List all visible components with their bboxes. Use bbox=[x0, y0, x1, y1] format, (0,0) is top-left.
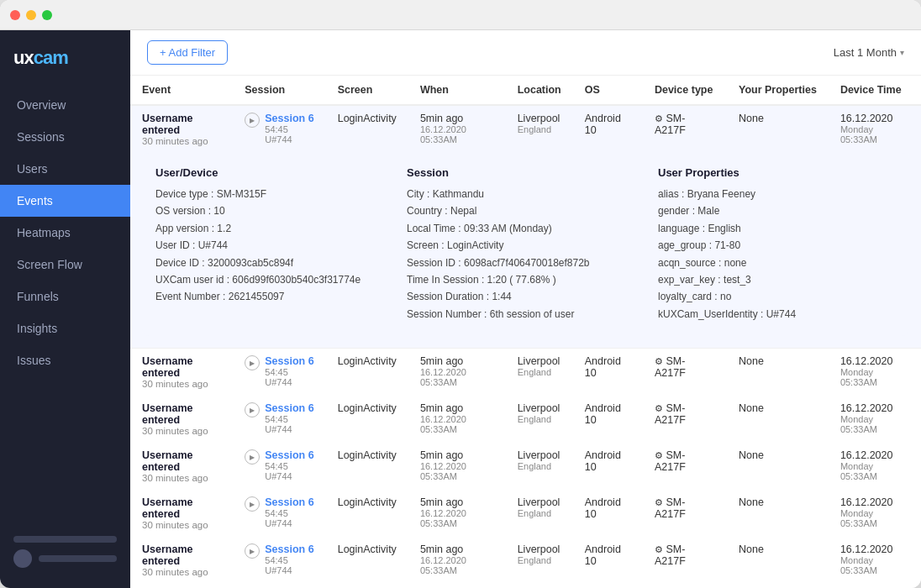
session-cell: ▶ Session 6 54:45 U#744 bbox=[245, 496, 313, 528]
cell-device-type: ⚙ SM-A217F bbox=[643, 396, 727, 443]
session-id: U#744 bbox=[265, 424, 292, 434]
event-time: 30 minutes ago bbox=[142, 473, 221, 483]
event-name: Username entered bbox=[142, 402, 221, 426]
events-table: Event Session Screen When Location OS De… bbox=[130, 76, 921, 588]
cell-when: 5min ago 16.12.2020 05:33AM bbox=[408, 396, 506, 443]
app-window: uxcam Overview Sessions Users Events Hea… bbox=[0, 0, 921, 588]
session-link[interactable]: Session 6 bbox=[265, 543, 313, 555]
sidebar-item-issues[interactable]: Issues bbox=[0, 344, 130, 376]
when-ago: 5min ago bbox=[420, 113, 494, 124]
session-time: 54:45 U#744 bbox=[265, 367, 313, 387]
sidebar-item-heatmaps[interactable]: Heatmaps bbox=[0, 217, 130, 249]
session-time: 54:45 U#744 bbox=[265, 461, 313, 481]
table-row[interactable]: Username entered 30 minutes ago ▶ Sessio… bbox=[130, 396, 921, 443]
cell-event: Username entered 30 minutes ago bbox=[130, 105, 233, 153]
col-device-type: Device type bbox=[643, 76, 727, 105]
table-row[interactable]: Username entered 30 minutes ago ▶ Sessio… bbox=[130, 537, 921, 584]
cell-device-type: ⚙ SM-A217F bbox=[643, 349, 727, 396]
cell-properties: None bbox=[727, 349, 829, 396]
location-country: England bbox=[518, 555, 561, 565]
session-info: Session 6 54:45 U#744 bbox=[265, 113, 313, 144]
event-name: Username entered bbox=[142, 113, 221, 136]
event-time: 30 minutes ago bbox=[142, 379, 221, 389]
sidebar-item-label: Funnels bbox=[17, 290, 59, 303]
detail-user-device-title: User/Device bbox=[155, 166, 393, 179]
cell-screen: LoginActivity bbox=[326, 396, 408, 443]
maximize-button[interactable] bbox=[42, 10, 52, 20]
col-event: Event bbox=[130, 76, 233, 105]
session-link[interactable]: Session 6 bbox=[265, 496, 313, 508]
date-filter-label: Last 1 Month bbox=[834, 46, 897, 59]
detail-user-properties-title: User Properties bbox=[658, 166, 896, 179]
sidebar-item-label: Heatmaps bbox=[17, 226, 71, 239]
cell-device-time: 16.12.2020 Monday 05:33AM bbox=[829, 443, 921, 490]
play-icon[interactable]: ▶ bbox=[245, 402, 260, 417]
sidebar-item-insights[interactable]: Insights bbox=[0, 312, 130, 344]
device-icon: ⚙ bbox=[655, 403, 663, 413]
play-icon[interactable]: ▶ bbox=[245, 355, 260, 370]
session-link[interactable]: Session 6 bbox=[265, 402, 313, 414]
sidebar-item-events[interactable]: Events bbox=[0, 185, 130, 217]
location-country: England bbox=[518, 124, 561, 134]
col-device-time: Device Time bbox=[829, 76, 921, 105]
detail-user-device: User/Device Device type : SM-M315FOS ver… bbox=[155, 166, 393, 323]
cell-device-type: ⚙ SM-A217F bbox=[643, 584, 727, 588]
sidebar-user-bar bbox=[39, 555, 117, 562]
session-info: Session 6 54:45 U#744 bbox=[265, 496, 313, 528]
close-button[interactable] bbox=[10, 10, 20, 20]
cell-location: Liverpool England bbox=[506, 537, 573, 584]
sidebar-avatar bbox=[13, 549, 32, 568]
minimize-button[interactable] bbox=[26, 10, 36, 20]
table-row[interactable]: Username entered 30 minutes ago ▶ Sessio… bbox=[130, 349, 921, 396]
session-link[interactable]: Session 6 bbox=[265, 449, 313, 461]
cell-session: ▶ Session 6 54:45 U#744 bbox=[233, 537, 325, 584]
session-link[interactable]: Session 6 bbox=[265, 355, 313, 367]
sidebar-item-label: Insights bbox=[17, 322, 57, 335]
sidebar-item-users[interactable]: Users bbox=[0, 153, 130, 185]
location-city: Liverpool bbox=[518, 543, 561, 555]
cell-event: Username entered 30 minutes ago bbox=[130, 537, 233, 584]
session-id: U#744 bbox=[265, 518, 292, 528]
table-row[interactable]: Username entered 30 minutes ago ▶ Sessio… bbox=[130, 105, 921, 153]
chevron-down-icon: ▾ bbox=[900, 48, 904, 57]
play-icon[interactable]: ▶ bbox=[245, 449, 260, 465]
event-name: Username entered bbox=[142, 449, 221, 473]
cell-event: Username entered 30 minutes ago bbox=[130, 584, 233, 588]
sidebar-progress-bar bbox=[13, 536, 117, 543]
expanded-detail-cell: User/Device Device type : SM-M315FOS ver… bbox=[130, 153, 921, 349]
play-icon[interactable]: ▶ bbox=[245, 543, 260, 559]
play-icon[interactable]: ▶ bbox=[245, 113, 260, 128]
cell-session: ▶ Session 6 54:45 U#744 bbox=[233, 349, 325, 396]
location-country: England bbox=[518, 367, 561, 377]
col-os: OS bbox=[573, 76, 643, 105]
table-row[interactable]: Username entered 30 minutes ago ▶ Sessio… bbox=[130, 584, 921, 588]
cell-location: Liverpool England bbox=[506, 443, 573, 490]
cell-screen: LoginActivity bbox=[326, 490, 408, 537]
sidebar-item-screenflow[interactable]: Screen Flow bbox=[0, 249, 130, 281]
detail-session-title: Session bbox=[407, 166, 645, 179]
device-time-hour: Monday 05:33AM bbox=[840, 367, 909, 387]
event-name: Username entered bbox=[142, 496, 221, 520]
table-header-row: Event Session Screen When Location OS De… bbox=[130, 76, 921, 105]
sidebar-item-sessions[interactable]: Sessions bbox=[0, 121, 130, 153]
event-name: Username entered bbox=[142, 543, 221, 567]
play-icon[interactable]: ▶ bbox=[245, 496, 260, 512]
event-name: Username entered bbox=[142, 355, 221, 379]
table-row[interactable]: Username entered 30 minutes ago ▶ Sessio… bbox=[130, 443, 921, 490]
table-row[interactable]: Username entered 30 minutes ago ▶ Sessio… bbox=[130, 490, 921, 537]
cell-properties: None bbox=[727, 584, 829, 588]
add-filter-button[interactable]: + Add Filter bbox=[147, 40, 228, 65]
events-table-container[interactable]: Event Session Screen When Location OS De… bbox=[130, 76, 921, 588]
session-cell: ▶ Session 6 54:45 U#744 bbox=[245, 543, 313, 575]
sidebar-item-funnels[interactable]: Funnels bbox=[0, 281, 130, 312]
sidebar-item-label: Issues bbox=[17, 354, 50, 367]
event-time: 30 minutes ago bbox=[142, 426, 221, 436]
sidebar-item-overview[interactable]: Overview bbox=[0, 89, 130, 121]
cell-os: Android 10 bbox=[573, 584, 643, 588]
cell-device-time: 16.12.2020 Monday 05:33AM bbox=[829, 349, 921, 396]
session-link[interactable]: Session 6 bbox=[265, 113, 313, 124]
date-filter[interactable]: Last 1 Month ▾ bbox=[834, 46, 904, 59]
session-id: U#744 bbox=[265, 471, 292, 481]
device-time-date: 16.12.2020 bbox=[840, 496, 909, 508]
cell-screen: LoginActivity bbox=[326, 537, 408, 584]
